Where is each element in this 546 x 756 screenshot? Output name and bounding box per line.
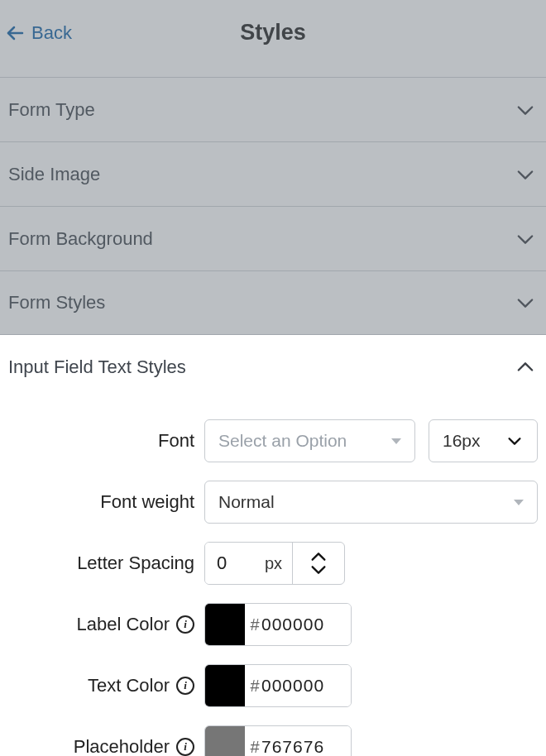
section-label: Side Image [8, 164, 100, 185]
font-select[interactable]: Select an Option [204, 419, 415, 462]
label-color-swatch[interactable] [205, 604, 245, 645]
letter-spacing-input[interactable] [205, 543, 255, 584]
placeholder-color-swatch[interactable] [205, 726, 245, 756]
letter-spacing-label: Letter Spacing [8, 553, 194, 574]
row-placeholder-color: Placeholder i # [8, 725, 538, 756]
text-color-hex-input[interactable] [260, 665, 351, 706]
label-text: Text Color [88, 675, 170, 696]
hash-symbol: # [245, 604, 260, 645]
row-font: Font Select an Option 16px [8, 419, 538, 462]
chevron-up-icon [513, 355, 538, 380]
section-input-field-text-styles[interactable]: Input Field Text Styles [0, 335, 546, 400]
font-size-value: 16px [443, 431, 481, 451]
label-color-input: # [204, 603, 352, 646]
font-select-value: Select an Option [218, 431, 347, 451]
chevron-down-icon [513, 290, 538, 315]
section-form-type[interactable]: Form Type [0, 77, 546, 141]
font-weight-select[interactable]: Normal [204, 481, 538, 524]
text-color-input: # [204, 664, 352, 707]
caret-down-icon [391, 438, 401, 444]
letter-spacing-stepper: px [204, 542, 345, 585]
back-label: Back [31, 22, 72, 44]
chevron-down-icon [513, 227, 538, 251]
text-color-swatch[interactable] [205, 665, 245, 706]
placeholder-color-input: # [204, 725, 352, 756]
label-text: Placeholder [74, 736, 170, 756]
chevron-up-icon [309, 550, 328, 563]
section-form-background[interactable]: Form Background [0, 206, 546, 270]
panel-header: Back Styles [0, 0, 546, 77]
section-input-field-text-styles-panel: Input Field Text Styles Font Select an O… [0, 335, 546, 756]
placeholder-hex-input[interactable] [260, 726, 351, 756]
label-text: Letter Spacing [77, 553, 194, 574]
arrow-left-icon [5, 23, 25, 43]
label-text: Font [158, 430, 194, 452]
label-text: Label Color [76, 614, 170, 635]
letter-spacing-unit: px [255, 543, 292, 584]
chevron-down-icon [513, 162, 538, 187]
chevron-down-icon [505, 432, 524, 450]
label-text: Font weight [100, 491, 194, 513]
chevron-down-icon [309, 563, 328, 577]
caret-down-icon [514, 500, 524, 505]
font-label: Font [8, 430, 194, 452]
font-weight-label: Font weight [8, 491, 194, 513]
font-size-select[interactable]: 16px [429, 419, 538, 462]
row-text-color: Text Color i # [8, 664, 538, 707]
label-color-hex-input[interactable] [260, 604, 351, 645]
section-label: Input Field Text Styles [8, 356, 186, 378]
page-title: Styles [240, 20, 306, 45]
section-label: Form Type [8, 99, 95, 121]
placeholder-label: Placeholder i [8, 736, 194, 756]
info-icon[interactable]: i [176, 677, 194, 695]
section-label: Form Styles [8, 292, 105, 313]
info-icon[interactable]: i [176, 615, 194, 634]
row-letter-spacing: Letter Spacing px [8, 542, 538, 585]
row-label-color: Label Color i # [8, 603, 538, 646]
section-side-image[interactable]: Side Image [0, 141, 546, 206]
font-weight-value: Normal [218, 492, 275, 512]
letter-spacing-stepper-buttons[interactable] [292, 543, 344, 584]
row-font-weight: Font weight Normal [8, 481, 538, 524]
section-form-styles[interactable]: Form Styles [0, 270, 546, 335]
back-button[interactable]: Back [2, 22, 75, 44]
text-color-label: Text Color i [8, 675, 194, 696]
info-icon[interactable]: i [176, 738, 194, 756]
hash-symbol: # [245, 726, 260, 756]
hash-symbol: # [245, 665, 260, 706]
label-color-label: Label Color i [8, 614, 194, 635]
section-label: Form Background [8, 228, 153, 250]
chevron-down-icon [513, 98, 538, 122]
